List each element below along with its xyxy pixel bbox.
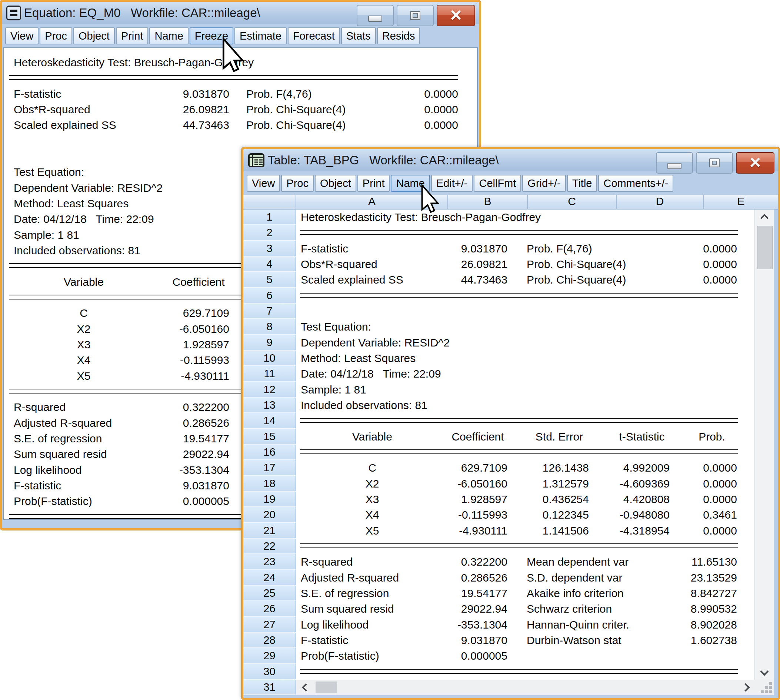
tab-toolbar-grid[interactable]: Grid+/- <box>522 175 566 192</box>
horizontal-scroll-thumb[interactable] <box>316 682 337 693</box>
row-header-3[interactable]: 3 <box>243 241 296 257</box>
column-header-d[interactable]: D <box>617 195 704 210</box>
grid-cell[interactable]: -353.1304 <box>429 617 508 633</box>
grid-cell[interactable]: X2 <box>317 476 428 492</box>
grid-cell[interactable]: Prob. <box>675 429 749 445</box>
grid-cell[interactable]: 8.902028 <box>666 617 737 633</box>
grid-cell[interactable]: -0.115993 <box>429 507 508 523</box>
vertical-scroll-thumb[interactable] <box>757 226 773 269</box>
column-header-a[interactable]: A <box>296 195 448 210</box>
tab-minimize-button[interactable] <box>656 152 693 173</box>
grid-cell[interactable]: 11.65130 <box>666 554 737 570</box>
grid-cell[interactable]: Scaled explained SS <box>301 272 403 288</box>
grid-cell[interactable]: Dependent Variable: RESID^2 <box>301 335 449 350</box>
grid-cell[interactable]: X4 <box>317 507 428 523</box>
grid-cell[interactable]: R-squared <box>301 554 352 570</box>
grid-cell[interactable]: Sample: 1 81 <box>301 382 366 398</box>
scroll-down-button[interactable] <box>755 665 774 680</box>
row-header-24[interactable]: 24 <box>243 570 296 586</box>
grid-cell[interactable]: F-statistic <box>301 633 348 648</box>
grid-cell[interactable]: Akaike info criterion <box>527 586 624 601</box>
grid-cell[interactable]: 0.0000 <box>666 460 737 476</box>
row-header-15[interactable]: 15 <box>243 429 296 445</box>
row-header-28[interactable]: 28 <box>243 633 296 648</box>
row-header-31[interactable]: 31 <box>243 680 296 695</box>
grid-cell[interactable]: 26.09821 <box>429 257 508 272</box>
row-header-16[interactable]: 16 <box>243 445 296 460</box>
row-header-21[interactable]: 21 <box>243 523 296 538</box>
grid-cell[interactable]: Test Equation: <box>301 319 371 335</box>
eq-toolbar-freeze[interactable]: Freeze <box>190 27 233 44</box>
scroll-up-button[interactable] <box>755 210 774 224</box>
row-header-8[interactable]: 8 <box>243 319 296 335</box>
grid-cell[interactable]: 0.000005 <box>429 648 508 664</box>
row-header-18[interactable]: 18 <box>243 476 296 492</box>
eq-toolbar-object[interactable]: Object <box>73 27 115 44</box>
grid-cell[interactable]: 4.420808 <box>599 492 670 507</box>
scroll-right-button[interactable] <box>739 680 754 695</box>
grid-cell[interactable]: Variable <box>317 429 428 445</box>
grid-cell[interactable]: 0.0000 <box>666 272 737 288</box>
grid-cell[interactable]: 8.842727 <box>666 586 737 601</box>
eq-close-button[interactable]: × <box>437 5 475 26</box>
row-header-17[interactable]: 17 <box>243 460 296 476</box>
row-header-20[interactable]: 20 <box>243 507 296 523</box>
row-header-26[interactable]: 26 <box>243 601 296 617</box>
grid-cell[interactable]: S.D. dependent var <box>527 570 623 586</box>
grid-cell[interactable]: Prob. F(4,76) <box>527 241 592 257</box>
row-header-1[interactable]: 1 <box>243 210 296 225</box>
tab-toolbar-comments[interactable]: Comments+/- <box>598 175 673 192</box>
eq-maximize-button[interactable] <box>397 5 434 26</box>
column-header-e[interactable]: E <box>704 195 778 210</box>
row-header-4[interactable]: 4 <box>243 257 296 272</box>
eq-toolbar-name[interactable]: Name <box>149 27 188 44</box>
eq-toolbar-estimate[interactable]: Estimate <box>234 27 287 44</box>
grid-cell[interactable]: -6.050160 <box>429 476 508 492</box>
resize-grip[interactable] <box>760 681 772 693</box>
grid-cell[interactable]: 0.322200 <box>429 554 508 570</box>
grid-cell[interactable]: 9.031870 <box>429 633 508 648</box>
grid-cell[interactable]: Date: 04/12/18 Time: 22:09 <box>301 366 441 382</box>
grid-cell[interactable]: Obs*R-squared <box>301 257 377 272</box>
grid-cell[interactable]: 126.1438 <box>518 460 589 476</box>
tab-toolbar-print[interactable]: Print <box>357 175 390 192</box>
grid-cell[interactable]: -4.609369 <box>599 476 670 492</box>
grid-cell[interactable]: S.E. of regression <box>301 586 389 601</box>
scroll-left-button[interactable] <box>298 680 312 695</box>
grid-cell[interactable]: -4.930111 <box>429 523 508 538</box>
tab-toolbar-name[interactable]: Name <box>391 175 429 192</box>
vertical-scrollbar[interactable] <box>755 210 774 680</box>
grid-cell[interactable]: -4.318954 <box>599 523 670 538</box>
row-header-7[interactable]: 7 <box>243 303 296 319</box>
tab-toolbar-object[interactable]: Object <box>315 175 356 192</box>
grid-cell[interactable]: 0.286526 <box>429 570 508 586</box>
grid-cell[interactable]: Durbin-Watson stat <box>527 633 621 648</box>
tab-toolbar-cellfmt[interactable]: CellFmt <box>474 175 521 192</box>
column-header-c[interactable]: C <box>528 195 617 210</box>
grid-cell[interactable]: 8.990532 <box>666 601 737 617</box>
row-header-9[interactable]: 9 <box>243 335 296 350</box>
eq-toolbar-view[interactable]: View <box>5 27 38 44</box>
tab-toolbar-view[interactable]: View <box>247 175 280 192</box>
grid-cell[interactable]: Schwarz criterion <box>527 601 612 617</box>
grid-cell[interactable]: 0.0000 <box>666 523 737 538</box>
eq-toolbar-resids[interactable]: Resids <box>377 27 420 44</box>
eq-minimize-button[interactable] <box>357 5 394 26</box>
tab-maximize-button[interactable] <box>696 152 733 173</box>
grid-cell[interactable]: 629.7109 <box>429 460 508 476</box>
grid-cell[interactable]: 0.0000 <box>666 492 737 507</box>
grid-cell[interactable]: 0.0000 <box>666 241 737 257</box>
grid-cell[interactable]: Std. Error <box>522 429 596 445</box>
row-header-14[interactable]: 14 <box>243 413 296 429</box>
tab-toolbar-edit[interactable]: Edit+/- <box>431 175 473 192</box>
grid-cell[interactable]: 1.312579 <box>518 476 589 492</box>
eq-toolbar-forecast[interactable]: Forecast <box>288 27 340 44</box>
row-header-5[interactable]: 5 <box>243 272 296 288</box>
grid-cell[interactable]: Prob. Chi-Square(4) <box>527 272 626 288</box>
grid-corner-cell[interactable] <box>243 195 296 210</box>
row-header-19[interactable]: 19 <box>243 492 296 507</box>
eq-toolbar-print[interactable]: Print <box>116 27 149 44</box>
column-header-b[interactable]: B <box>448 195 528 210</box>
grid-cell[interactable]: 9.031870 <box>429 241 508 257</box>
grid-cell[interactable]: 0.436254 <box>518 492 589 507</box>
